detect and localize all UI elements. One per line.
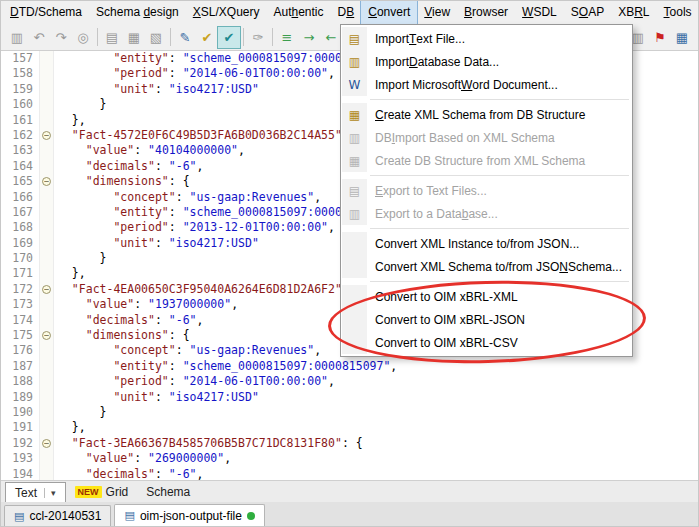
menu-item-import-microsoft-word-document[interactable]: WImport Microsoft Word Document...	[342, 73, 631, 96]
fold-margin	[39, 420, 54, 435]
toolbar-separator	[272, 28, 273, 46]
fold-margin	[39, 236, 54, 251]
code-text: "decimals": "-6",	[54, 159, 203, 174]
fold-margin	[39, 343, 54, 358]
menu-item-label: Convert to OIM xBRL-XML	[367, 285, 518, 308]
code-line[interactable]: 194 "decimals": "-6",	[1, 467, 698, 480]
spellcheck-icon[interactable]: ✑	[247, 27, 269, 48]
menubar-item-xsl-xquery[interactable]: XSL/XQuery	[186, 1, 267, 24]
menu-item-import-database-data[interactable]: ▥Import Database Data...	[342, 50, 631, 73]
validate-icon[interactable]: ✔	[218, 27, 240, 48]
undo-icon[interactable]: ↶	[28, 27, 50, 48]
line-number: 188	[1, 374, 39, 389]
schema-view-icon[interactable]: ▧	[145, 27, 167, 48]
find-icon[interactable]: ◎	[72, 27, 94, 48]
view-tab-schema[interactable]: Schema	[137, 482, 199, 502]
line-number: 189	[1, 390, 39, 405]
menu-item-convert-to-oim-xbrl-json[interactable]: Convert to OIM xBRL-JSON	[342, 308, 631, 331]
fold-margin	[39, 190, 54, 205]
code-line[interactable]: 190 }	[1, 405, 698, 420]
view-tab-grid[interactable]: NEW Grid	[66, 482, 138, 502]
view-tab-text-label: Text	[15, 486, 37, 500]
fold-margin	[39, 205, 54, 220]
fold-collapse-icon[interactable]: −	[39, 128, 54, 143]
menubar-item-tools[interactable]: Tools	[657, 1, 699, 24]
create-db-structure-icon: ▦	[342, 149, 367, 172]
menu-item-label: Import Database Data...	[367, 50, 499, 73]
menubar-item-authentic[interactable]: Authentic	[266, 1, 330, 24]
line-number: 194	[1, 467, 39, 480]
line-number: 192	[1, 436, 39, 451]
fold-margin	[39, 297, 54, 312]
status-dot	[247, 512, 255, 520]
chevron-down-icon[interactable]: ▾	[44, 488, 56, 498]
export-text-icon: ▤	[342, 179, 367, 202]
menubar-item-schema-design[interactable]: Schema design	[89, 1, 186, 24]
fold-collapse-icon[interactable]: −	[39, 328, 54, 343]
menubar-item-view[interactable]: View	[417, 1, 457, 24]
code-text: "value": "40104000000",	[54, 143, 245, 158]
menu-item-convert-to-oim-xbrl-xml[interactable]: Convert to OIM xBRL-XML	[342, 285, 631, 308]
menubar-item-xbrl[interactable]: XBRL	[611, 1, 656, 24]
code-text: },	[54, 420, 86, 435]
menu-icon-gutter	[342, 232, 367, 255]
line-number: 173	[1, 297, 39, 312]
outdent-icon[interactable]: ←	[320, 27, 342, 48]
code-text: "period": "2014-06-01T00:00:00",	[54, 66, 335, 81]
menu-item-convert-to-oim-xbrl-csv[interactable]: Convert to OIM xBRL-CSV	[342, 331, 631, 354]
menu-item-label: Create XML Schema from DB Structure	[367, 103, 585, 126]
menu-item-create-xml-schema-from-db-structure[interactable]: ▦Create XML Schema from DB Structure	[342, 103, 631, 126]
redo-icon[interactable]: ↷	[50, 27, 72, 48]
line-number: 174	[1, 313, 39, 328]
menu-separator	[370, 228, 629, 229]
grid-view-icon[interactable]: ▤	[101, 27, 123, 48]
menu-item-label: Convert XML Schema to/from JSON Schema..…	[367, 255, 622, 278]
menubar-item-convert[interactable]: Convert	[361, 1, 417, 24]
file-tab-ccl-20140531[interactable]: ▤ccl-20140531	[4, 505, 111, 526]
code-line[interactable]: 187 "entity": "scheme_0000815097:0000815…	[1, 359, 698, 374]
menubar-item-db[interactable]: DB	[331, 1, 362, 24]
code-line[interactable]: 192− "Fact-3EA66367B4585706B5B7C71DC8131…	[1, 436, 698, 451]
code-text: }	[54, 97, 106, 112]
code-line[interactable]: 191 },	[1, 420, 698, 435]
menubar-item-wsdl[interactable]: WSDL	[515, 1, 564, 24]
db-import-icon: ▥	[342, 126, 367, 149]
fold-collapse-icon[interactable]: −	[39, 282, 54, 297]
bookmark-flag-icon[interactable]: ⚑	[649, 27, 671, 48]
fold-margin	[39, 97, 54, 112]
edit-pencil-icon[interactable]: ✎	[174, 27, 196, 48]
menubar-item-soap[interactable]: SOAP	[564, 1, 611, 24]
file-tab-oim-json-output-file[interactable]: ▤oim-json-output-file	[114, 504, 264, 526]
fold-margin	[39, 51, 54, 66]
table-view-icon[interactable]: ▦	[123, 27, 145, 48]
grid-icon[interactable]: ▦	[671, 27, 693, 48]
menu-item-create-db-structure-from-xml-schema: ▦Create DB Structure from XML Schema	[342, 149, 631, 172]
menu-item-label: Convert to OIM xBRL-CSV	[367, 331, 518, 354]
new-badge: NEW	[75, 486, 102, 498]
fold-collapse-icon[interactable]: −	[39, 436, 54, 451]
code-text: "concept": "us-gaap:Revenues",	[54, 343, 321, 358]
menubar-item-browser[interactable]: Browser	[457, 1, 515, 24]
menu-item-import-text-file[interactable]: ▤Import Text File...	[342, 27, 631, 50]
menu-item-convert-xml-schema-to-from-json-schema[interactable]: Convert XML Schema to/from JSON Schema..…	[342, 255, 631, 278]
menu-item-label: Create DB Structure from XML Schema	[367, 149, 585, 172]
view-tab-text[interactable]: Text ▾	[5, 482, 66, 502]
line-number: 187	[1, 359, 39, 374]
menu-icon-gutter	[342, 308, 367, 331]
fold-collapse-icon[interactable]: −	[39, 174, 54, 189]
pretty-print-icon[interactable]: ≡	[276, 27, 298, 48]
line-number: 176	[1, 343, 39, 358]
indent-icon[interactable]: →	[298, 27, 320, 48]
code-line[interactable]: 189 "unit": "iso4217:USD"	[1, 390, 698, 405]
line-number: 162	[1, 128, 39, 143]
line-number: 165	[1, 174, 39, 189]
line-number: 172	[1, 282, 39, 297]
menu-item-convert-xml-instance-to-from-json[interactable]: Convert XML Instance to/from JSON...	[342, 232, 631, 255]
check-wellformed-icon[interactable]: ✔	[196, 27, 218, 48]
code-line[interactable]: 188 "period": "2014-06-01T00:00:00",	[1, 374, 698, 389]
menubar-item-dtd-schema[interactable]: DTD/Schema	[3, 1, 89, 24]
code-line[interactable]: 193 "value": "269000000",	[1, 451, 698, 466]
fold-margin	[39, 251, 54, 266]
window-split-icon[interactable]: ▥	[6, 27, 28, 48]
toolbar-separator	[243, 28, 244, 46]
